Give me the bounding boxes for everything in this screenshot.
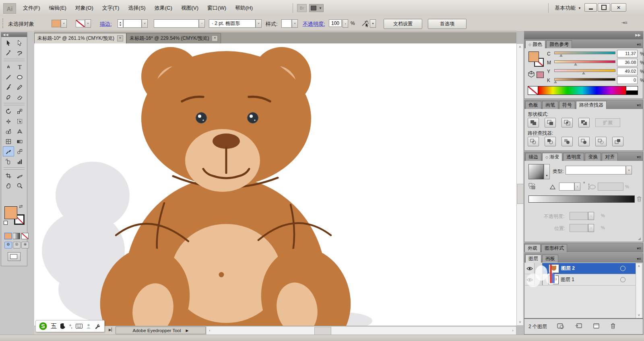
tab-symbols[interactable]: 符号 [559, 101, 575, 109]
spectrum-bar[interactable] [528, 86, 638, 95]
lasso-tool[interactable] [14, 48, 25, 58]
menu-window[interactable]: 窗口(W) [203, 0, 231, 16]
channel-value-k[interactable]: 0 [617, 76, 638, 84]
punctuation-toggle[interactable]: °, [69, 323, 72, 329]
magic-wand-tool[interactable] [3, 48, 14, 58]
style-dropdown[interactable]: ˅ [281, 19, 298, 28]
channel-slider-c[interactable] [554, 51, 615, 56]
column-graph-tool[interactable] [14, 156, 25, 166]
tab-pathfinder[interactable]: 路径查找器 [576, 101, 607, 109]
paintbrush-tool[interactable] [3, 82, 14, 92]
tab-stroke[interactable]: 描边 [525, 153, 541, 161]
gradient-angle-field[interactable]: › [559, 183, 580, 191]
layer-thumbnail[interactable] [549, 264, 559, 273]
pathfinder-crop-button[interactable] [578, 137, 590, 146]
vertical-scroll-thumb[interactable] [517, 184, 524, 204]
brush-definition-dropdown[interactable]: ˅ [154, 19, 205, 28]
close-button[interactable]: ✕ [611, 3, 626, 12]
workspace-switcher[interactable]: 基本功能 ▼ [555, 0, 581, 16]
rotate-tool[interactable] [3, 106, 14, 116]
tab-transparency[interactable]: 透明度 [563, 153, 584, 161]
channel-slider-k[interactable] [554, 78, 615, 82]
draw-normal-button[interactable]: ◍ [4, 242, 12, 249]
tab-color-guide[interactable]: 颜色参考 [546, 40, 572, 48]
hand-tool[interactable] [3, 181, 14, 191]
panel-options-icon[interactable]: ⇥≡ [621, 20, 627, 25]
keyboard-icon[interactable] [76, 324, 83, 329]
document-setup-button[interactable]: 文档设置 [384, 19, 422, 29]
vertical-scrollbar[interactable]: ˄ ˅ [516, 43, 524, 326]
stroke-color-dropdown[interactable]: ˅ [76, 19, 91, 28]
panel-menu-icon[interactable]: ▾≡ [637, 257, 641, 261]
none-mode-button[interactable] [21, 233, 29, 239]
canvas[interactable] [34, 43, 516, 326]
tab-brushes[interactable]: 画笔 [542, 101, 558, 109]
scale-tool[interactable] [14, 106, 25, 116]
resize-grip-icon[interactable]: ◢ [638, 236, 641, 240]
tab-graphic-styles[interactable]: 图形样式 [541, 244, 567, 252]
close-tab-icon[interactable]: × [117, 35, 123, 41]
zoom-tool[interactable] [14, 181, 25, 191]
swap-fill-stroke-icon[interactable]: ⇄ [19, 204, 23, 209]
expand-layer-icon[interactable]: ▷ [544, 267, 547, 271]
mesh-tool[interactable] [3, 136, 14, 146]
tab-align[interactable]: 对齐 [602, 153, 618, 161]
scroll-up-icon[interactable]: ˄ [517, 44, 523, 50]
menu-edit[interactable]: 编辑(E) [45, 0, 71, 16]
menu-effect[interactable]: 效果(C) [150, 0, 177, 16]
ime-mode-toggle[interactable]: 五 [51, 323, 57, 330]
visibility-toggle[interactable] [525, 274, 535, 285]
opacity-spinner[interactable]: › [343, 19, 348, 28]
panel-grip[interactable] [2, 18, 6, 28]
menu-object[interactable]: 对象(O) [71, 0, 98, 16]
preferences-button[interactable]: 首选项 [428, 19, 466, 29]
stroke-weight-label[interactable]: 描边: [100, 21, 112, 28]
doc-tab-2[interactable]: 未标题-16* @ 229.54% (CMYK/预览) × [126, 33, 221, 44]
horizontal-scroll-thumb[interactable] [314, 327, 331, 335]
tab-color[interactable]: ◇ 颜色 [525, 40, 545, 48]
minimize-button[interactable] [584, 3, 597, 12]
pathfinder-trim-button[interactable] [545, 137, 556, 146]
gradient-type-dropdown[interactable]: ˅ [566, 166, 632, 175]
scroll-right-icon[interactable]: › [510, 327, 516, 335]
gamut-color-swatch[interactable] [537, 72, 544, 78]
opacity-label[interactable]: 不透明度: [303, 21, 325, 28]
channel-slider-m[interactable] [554, 60, 615, 65]
target-circle-icon[interactable] [620, 277, 625, 282]
pathfinder-minus-back-button[interactable] [612, 137, 623, 146]
layer-name[interactable]: 图层 1 [561, 276, 574, 283]
direct-selection-tool[interactable] [14, 38, 25, 48]
layer-thumbnail[interactable] [548, 275, 559, 284]
channel-value-y[interactable]: 49.02 [617, 68, 638, 75]
wrench-icon[interactable] [95, 324, 100, 329]
white-black-swatches[interactable] [626, 86, 638, 95]
out-of-gamut-cube-icon[interactable] [528, 71, 535, 78]
status-flyout-icon[interactable]: ▶▏ [109, 328, 114, 332]
shape-tool-group[interactable] [14, 146, 25, 156]
pen-tool[interactable] [3, 62, 14, 72]
none-swatch[interactable] [528, 86, 538, 95]
draw-inside-button[interactable]: ◉ [21, 242, 29, 249]
type-tool[interactable]: T [14, 62, 25, 72]
tab-swatches[interactable]: 色板 [525, 101, 541, 109]
lock-toggle[interactable] [535, 263, 543, 274]
ellipse-tool[interactable] [14, 72, 25, 82]
spectrum-ramp[interactable] [538, 86, 626, 95]
restore-button[interactable] [598, 3, 610, 12]
eraser-tool[interactable] [14, 92, 25, 102]
spinner-icon[interactable]: › [574, 183, 580, 191]
layer-row-2[interactable]: ▷ 图层 2 [525, 263, 636, 274]
tab-appearance[interactable]: 外观 [524, 244, 541, 252]
tab-gradient[interactable]: ◇ 渐变 [542, 153, 562, 161]
collapse-toolbar-icon[interactable]: ◀◀ [1, 33, 27, 37]
scroll-up-icon[interactable]: ˄ [636, 263, 642, 269]
fill-proxy[interactable] [4, 206, 17, 219]
delete-layer-button[interactable] [610, 323, 616, 331]
layer-name[interactable]: 图层 2 [561, 265, 575, 272]
variable-width-dropdown[interactable]: · 2 pt. 椭圆形 ˅ [209, 19, 262, 28]
doc-tab-1[interactable]: 未标题-10* @ 261.1% (CMYK/预览) × [34, 33, 126, 44]
gradient-tool[interactable] [14, 136, 25, 146]
symbol-sprayer-tool[interactable] [3, 156, 14, 166]
shape-mode-exclude-button[interactable] [578, 118, 590, 127]
moon-icon[interactable] [60, 323, 66, 329]
